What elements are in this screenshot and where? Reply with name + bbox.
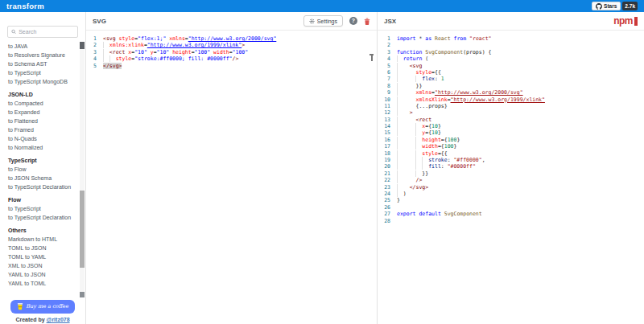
sidebar-item[interactable]: YAML to TOML <box>8 279 85 288</box>
github-badge[interactable]: Stars 2.7k <box>592 2 638 10</box>
code-line[interactable]: 13 <rect <box>378 117 644 123</box>
code-line[interactable]: 8 }} <box>378 83 644 89</box>
sidebar-group-title: TypeScript <box>8 156 85 165</box>
code-line[interactable]: 2 <box>378 42 644 48</box>
sidebar-item[interactable]: to Compacted <box>8 99 85 108</box>
sidebar-item[interactable]: XML to JSON <box>8 261 85 270</box>
scrollbar-thumb[interactable] <box>80 191 85 268</box>
delete-button[interactable] <box>364 18 370 25</box>
sidebar-item[interactable]: to TypeScript Declaration <box>8 183 85 191</box>
line-number: 15 <box>378 129 390 136</box>
code-line-content: style={{ <box>397 150 448 157</box>
code-line[interactable]: 2 xmlns:xlink="http://www.w3.org/1999/xl… <box>86 42 377 48</box>
code-line-content: xmlnsXlink="http://www.w3.org/1999/xlink… <box>397 96 545 103</box>
code-token: 1 <box>441 76 444 82</box>
code-line[interactable]: 4 style="stroke:#ff0000; fill: #0000ff"/… <box>86 55 377 62</box>
code-token <box>397 69 415 76</box>
code-line[interactable]: 3function SvgComponent(props) { <box>378 49 644 55</box>
cursor-overview-ruler-mark <box>369 54 374 61</box>
sidebar-item[interactable]: to Framed <box>8 125 85 134</box>
code-line[interactable]: 4 return ( <box>378 55 644 62</box>
sidebar-item[interactable]: to TypeScript MongoDB <box>8 77 85 86</box>
code-line[interactable]: 25} <box>378 197 644 203</box>
coffee-button-label: Buy me a coffee <box>26 303 68 310</box>
github-star-label: Stars <box>604 3 617 9</box>
github-star-button[interactable]: Stars <box>592 2 621 10</box>
search-box[interactable] <box>7 26 78 38</box>
code-token: default <box>419 211 440 217</box>
code-line[interactable]: 15 y={10} <box>378 129 644 136</box>
code-line[interactable]: 20 fill: "#0000ff" <box>378 163 644 170</box>
line-number: 12 <box>378 109 390 116</box>
line-number: 24 <box>378 191 390 197</box>
code-line[interactable]: 21 }} <box>378 170 644 177</box>
code-line[interactable]: 18 style={{ <box>378 150 644 157</box>
buy-me-a-coffee-button[interactable]: Buy me a coffee <box>10 300 75 314</box>
code-token: SvgComponent <box>425 49 463 55</box>
help-button[interactable]: ? <box>349 17 357 25</box>
sidebar-item[interactable]: to Expanded <box>8 108 85 117</box>
code-line[interactable]: 7 flex: 1 <box>378 76 644 82</box>
code-line[interactable]: 26 <box>378 204 644 211</box>
line-number: 4 <box>378 55 390 62</box>
code-line[interactable]: 5 <svg <box>378 63 644 69</box>
code-line[interactable]: 24 ) <box>378 191 644 197</box>
code-token: ={{ <box>438 150 448 157</box>
sidebar-item[interactable]: to Flattened <box>8 117 85 125</box>
sidebar-item[interactable]: TOML to YAML <box>8 252 85 261</box>
code-token <box>397 96 415 103</box>
scrollbar-down-arrow[interactable] <box>80 292 85 297</box>
code-line[interactable]: 16 height={100} <box>378 137 644 143</box>
sidebar-item[interactable]: to Resolvers Signature <box>8 51 85 59</box>
code-line[interactable]: 1import * as React from "react" <box>378 35 644 42</box>
code-line[interactable]: 28 <box>378 218 644 224</box>
sidebar-item[interactable]: to TypeScript Declaration <box>8 213 85 222</box>
sidebar-item[interactable]: to Normalized <box>8 143 85 152</box>
author-link[interactable]: @ritz078 <box>47 317 70 322</box>
code-line[interactable]: 14 x={10} <box>378 123 644 129</box>
app-logo[interactable]: transform <box>6 2 44 10</box>
sidebar-item[interactable]: to JAVA <box>8 42 85 51</box>
npm-logo[interactable]: npm <box>613 15 638 27</box>
sidebar-item[interactable]: Markdown to HTML <box>8 235 85 244</box>
code-line[interactable]: 9 xmlns="http://www.w3.org/2000/svg" <box>378 89 644 96</box>
code-line[interactable]: 19 stroke: "#ff0000", <box>378 157 644 163</box>
sidebar-item[interactable]: TOML to JSON <box>8 244 85 252</box>
github-star-count[interactable]: 2.7k <box>622 2 638 10</box>
code-token: style <box>422 150 438 157</box>
sidebar-item[interactable]: to TypeScript <box>8 204 85 213</box>
code-line[interactable]: 1<svg style="flex:1;" xmlns="http://www.… <box>86 35 377 42</box>
code-line-content: fill: "#0000ff" <box>397 163 476 170</box>
code-line-content: ) <box>397 191 407 197</box>
settings-button[interactable]: Settings <box>303 15 343 27</box>
line-number: 5 <box>378 63 390 69</box>
code-line-content: }} <box>397 170 428 177</box>
code-line[interactable]: 23 </svg> <box>378 184 644 191</box>
sidebar-item[interactable]: to JSON Schema <box>8 174 85 183</box>
code-line[interactable]: 11 {...props} <box>378 103 644 109</box>
code-line[interactable]: 10 xmlnsXlink="http://www.w3.org/1999/xl… <box>378 96 644 103</box>
code-line[interactable]: 12 > <box>378 109 644 116</box>
search-input[interactable] <box>19 29 74 35</box>
sidebar-item[interactable]: to TypeScript <box>8 68 85 77</box>
code-line[interactable]: 6 style={{ <box>378 69 644 76</box>
jsx-code-editor[interactable]: 1import * as React from "react"23functio… <box>378 31 644 224</box>
code-line[interactable]: 3 <rect x="10" y="10" height="100" width… <box>86 49 377 55</box>
line-number: 1 <box>378 35 390 42</box>
sidebar-item[interactable]: YAML to JSON <box>8 270 85 279</box>
line-number: 4 <box>86 55 97 62</box>
code-line[interactable]: 17 width={100} <box>378 143 644 150</box>
code-line[interactable]: 27export default SvgComponent <box>378 211 644 217</box>
jsx-panel-title: JSX <box>384 18 396 25</box>
code-token: style <box>116 55 132 62</box>
sidebar-scrollbar[interactable] <box>80 42 85 297</box>
code-token: "http://www.w3.org/2000/svg" <box>188 35 277 42</box>
sidebar-item[interactable]: to Flow <box>8 165 85 174</box>
sidebar-item[interactable]: to N-Quads <box>8 134 85 143</box>
line-number: 18 <box>378 150 390 157</box>
sidebar-item[interactable]: to Schema AST <box>8 59 85 68</box>
code-line[interactable]: 5</svg> <box>86 63 377 69</box>
scrollbar-up-arrow[interactable] <box>80 42 85 49</box>
svg-code-editor[interactable]: 1<svg style="flex:1;" xmlns="http://www.… <box>86 31 377 69</box>
code-line[interactable]: 22 /> <box>378 177 644 183</box>
